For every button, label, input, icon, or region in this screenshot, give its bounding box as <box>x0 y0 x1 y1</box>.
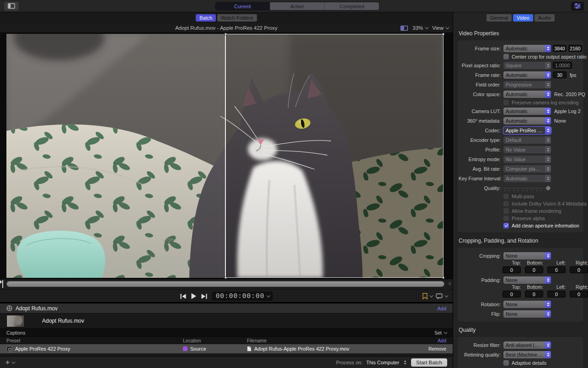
go-to-end-button[interactable] <box>201 293 208 299</box>
resize-filter-dropdown[interactable]: Anti-aliased (Best) <box>503 341 551 349</box>
sidebar-toggle-button[interactable] <box>4 2 19 11</box>
start-batch-button[interactable]: Start Batch <box>411 358 447 367</box>
frame-rate-dropdown[interactable]: Automatic <box>503 71 551 79</box>
codec-dropdown[interactable]: Apple ProRes 422 Pr... <box>503 127 551 134</box>
output-columns-header: Preset Location Filename Add <box>0 337 453 344</box>
left-field[interactable]: 0 <box>547 291 566 298</box>
output-crop-frame <box>225 34 444 278</box>
timecode-display[interactable]: 00:00:00:00 <box>212 292 273 301</box>
adaptive-details-checkbox[interactable] <box>503 360 509 366</box>
right-field[interactable]: 0 <box>570 266 588 273</box>
tab-audio[interactable]: Audio <box>535 14 555 22</box>
marker-menu-button[interactable] <box>422 293 432 299</box>
flip-dropdown[interactable]: None <box>503 310 551 318</box>
profile-dropdown[interactable]: No Value <box>503 146 551 153</box>
frame-rate-field[interactable]: 30 <box>553 71 567 78</box>
camera-lut-dropdown[interactable]: Automatic <box>503 108 551 115</box>
left-field[interactable]: 0 <box>547 266 566 273</box>
slider-thumb[interactable] <box>546 186 551 190</box>
timeline-row <box>0 279 453 289</box>
tab-batch[interactable]: Batch <box>196 14 216 22</box>
multi-pass-checkbox[interactable] <box>503 194 509 199</box>
rotation-dropdown[interactable]: None <box>503 301 551 308</box>
playhead-marker[interactable] <box>2 280 3 288</box>
allow-frame-reordering-checkbox[interactable] <box>503 208 509 214</box>
bottom-field[interactable]: 0 <box>525 291 543 298</box>
frame-size-field[interactable]: 2160 <box>568 45 582 52</box>
dropdown-value: Automatic <box>503 176 545 181</box>
process-on-selector[interactable] <box>403 360 407 365</box>
preview-and-batch-column: Adopt Rufus.mov - Apple ProRes 422 Proxy… <box>0 23 453 368</box>
zoom-level-control[interactable]: 33% <box>412 25 428 31</box>
caption-menu-button[interactable] <box>436 293 447 299</box>
avg-bit-rate-dropdown[interactable]: Computer playback <box>503 165 551 173</box>
inspector-toggle-button[interactable] <box>571 2 584 11</box>
row-pixel-aspect-ratio: Pixel aspect ratio:Square1.0000 <box>459 60 582 70</box>
cropping-dropdown[interactable]: None <box>503 252 551 260</box>
dropdown-value: Progressive <box>503 82 545 87</box>
preserve-camera-log-encoding-checkbox[interactable] <box>503 100 509 105</box>
add-item-button[interactable]: + <box>5 359 14 366</box>
property-label: Flip: <box>459 311 501 317</box>
section-title-video-properties: Video Properties <box>459 30 588 37</box>
captions-set-label: Set <box>434 330 442 336</box>
encoder-type-dropdown[interactable]: Default <box>503 136 551 144</box>
play-button[interactable] <box>191 293 197 299</box>
section-box-quality: Resize filter:Anti-aliased (Best)Retimin… <box>457 336 584 368</box>
tab-watch-folders[interactable]: Watch Folders <box>217 14 257 22</box>
360-metadata-dropdown[interactable]: Automatic <box>503 117 551 124</box>
edge-field-group: Left:0 <box>547 260 566 273</box>
skip-to-start-icon <box>180 293 187 299</box>
top-field[interactable]: 0 <box>502 291 521 298</box>
edge-label: Right: <box>576 285 588 290</box>
captions-set-button[interactable]: Set <box>434 330 446 336</box>
crop-handle[interactable] <box>442 276 444 279</box>
remove-output-button[interactable]: Remove <box>428 346 446 352</box>
pixel-aspect-ratio-field[interactable]: 1.0000 <box>553 62 572 69</box>
go-to-start-button[interactable] <box>180 293 187 299</box>
pixel-aspect-ratio-dropdown[interactable]: Square <box>503 62 551 69</box>
view-menu-button[interactable]: View <box>432 25 448 31</box>
frame-size-dropdown[interactable]: Automatic <box>503 45 551 52</box>
segment-active[interactable]: Active <box>270 2 325 10</box>
preserve-alpha-checkbox[interactable] <box>503 216 509 221</box>
360-metadata-suffix: None <box>554 118 566 124</box>
tab-general[interactable]: General <box>486 14 512 22</box>
include-dolby-vision-8-4-metadata-checkbox[interactable] <box>503 201 509 206</box>
batch-group-header[interactable]: Adopt Rufus.mov Add <box>0 303 453 314</box>
padding-dropdown[interactable]: None <box>503 276 551 284</box>
frame-size-field[interactable]: 3840 <box>553 45 567 52</box>
add-output-link[interactable]: Add <box>438 338 446 343</box>
entropy-mode-dropdown[interactable]: No Value <box>503 156 551 163</box>
add-clean-aperture-information-checkbox[interactable] <box>503 223 509 228</box>
top-toolbar: Current Active Completed <box>0 0 588 12</box>
quality-slider[interactable] <box>503 184 550 192</box>
key-frame-interval-dropdown[interactable]: Automatic <box>503 175 551 182</box>
tab-video[interactable]: Video <box>513 14 533 22</box>
color-space-dropdown[interactable]: Automatic <box>503 91 551 98</box>
chevron-down-icon <box>267 293 270 297</box>
preview-frame-cat-photo <box>6 34 444 278</box>
segment-completed[interactable]: Completed <box>325 2 379 10</box>
job-row[interactable]: Adopt Rufus.mov <box>0 314 453 329</box>
top-field[interactable]: 0 <box>502 266 521 273</box>
add-job-link[interactable]: Add <box>437 306 446 311</box>
center-crop-for-output-aspect-ratio-checkbox[interactable] <box>503 54 509 60</box>
edge-field-group: Top:0 <box>502 285 521 298</box>
crop-handle[interactable] <box>442 33 444 35</box>
retiming-quality-dropdown[interactable]: Best (Machine Learni... <box>503 351 551 358</box>
field-order-dropdown[interactable]: Progressive <box>503 81 551 88</box>
crop-handle[interactable] <box>225 276 227 279</box>
dropdown-value: Default <box>503 137 545 143</box>
row-allow-frame-reordering: Allow frame reordering <box>459 207 582 215</box>
crop-handle[interactable] <box>225 33 227 35</box>
output-row[interactable]: Apple ProRes 422 Proxy Source Adopt Rufu… <box>0 344 453 353</box>
property-label: Resize filter: <box>459 342 501 348</box>
segment-current[interactable]: Current <box>215 2 270 10</box>
split-view-button[interactable] <box>401 26 408 31</box>
stepper-icon <box>545 341 551 349</box>
bottom-field[interactable]: 0 <box>525 266 543 273</box>
right-field[interactable]: 0 <box>570 291 588 298</box>
edge-label: Left: <box>556 260 566 265</box>
timeline-scrubber[interactable] <box>6 281 444 287</box>
